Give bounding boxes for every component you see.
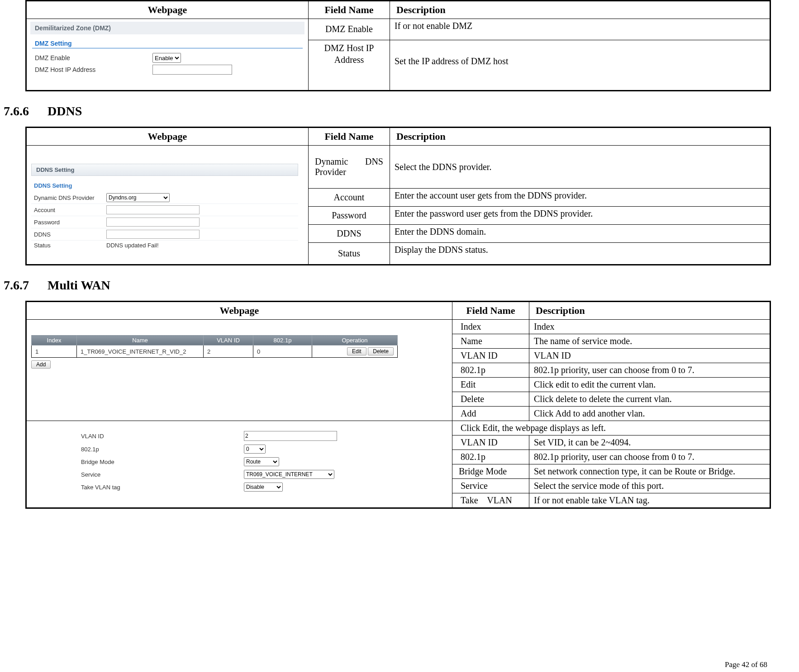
mwan-top6-desc: Click Add to add another vlan. xyxy=(529,407,770,421)
ddns-bar-title: DDNS Setting xyxy=(31,164,298,176)
mwan-table: Webpage Field Name Description Index Nam… xyxy=(25,301,771,509)
ddns-status-label: Status xyxy=(34,242,106,249)
ddns-row-provider: DDNS Setting DDNS Setting Dynamic DNS Pr… xyxy=(26,146,770,189)
mwan-cell-p: 0 xyxy=(253,345,312,358)
ddns-row1-field: Account xyxy=(309,189,390,207)
page-footer: Page 42 of 68 xyxy=(725,660,767,669)
mwan-top5-field: Delete xyxy=(452,392,529,407)
mwan-col-op: Operation xyxy=(312,336,398,345)
ddns-row4-desc: Display the DDNS status. xyxy=(390,243,770,265)
dmz-body-row: Demilitarized Zone (DMZ) DMZ Setting DMZ… xyxy=(26,19,770,40)
mwan-top3-field: 802.1p xyxy=(452,363,529,378)
delete-button[interactable]: Delete xyxy=(368,347,394,355)
ddns-ddns-input[interactable] xyxy=(106,230,200,239)
col-webpage: Webpage xyxy=(26,302,452,320)
col-description: Description xyxy=(390,1,770,19)
ddns-row3-field: DDNS xyxy=(309,225,390,243)
dmz-host-label: DMZ Host IP Address xyxy=(35,66,152,73)
mwan-cell-vlan: 2 xyxy=(204,345,253,358)
mwan-top1-desc: The name of service mode. xyxy=(529,334,770,349)
mwan-edit-bridge-label: Bridge Mode xyxy=(81,459,244,465)
dmz-section-title: DMZ Setting xyxy=(32,38,303,48)
col-description: Description xyxy=(529,302,770,320)
mwan-bot1-desc: 802.1p priority, user can choose from 0 … xyxy=(529,450,770,464)
mwan-bot4-desc: If or not enable take VLAN tag. xyxy=(529,493,770,508)
ddns-row0-field-line2: Provider xyxy=(311,167,387,177)
col-webpage: Webpage xyxy=(26,1,309,19)
mwan-bot1-field: 802.1p xyxy=(452,450,529,464)
col-webpage: Webpage xyxy=(26,128,309,146)
mwan-top1-field: Name xyxy=(452,334,529,349)
ddns-table: Webpage Field Name Description DDNS Sett… xyxy=(25,127,771,265)
ddns-ddns-label: DDNS xyxy=(34,231,106,238)
ddns-row4-field: Status xyxy=(309,243,390,265)
mwan-note-row: VLAN ID 802.1p 0 Bridge Mode Route xyxy=(26,421,770,435)
ddns-header-row: Webpage Field Name Description xyxy=(26,128,770,146)
mwan-list-screenshot: Index Name VLAN ID 802.1p Operation 1 1_… xyxy=(27,320,402,374)
dmz-row0-field: DMZ Enable xyxy=(309,19,390,40)
ddns-screenshot: DDNS Setting DDNS Setting Dynamic DNS Pr… xyxy=(27,146,303,264)
mwan-edit-vlan-label: VLAN ID xyxy=(81,433,244,440)
mwan-top2-field: VLAN ID xyxy=(452,349,529,363)
section-7-6-7-title: Multi WAN xyxy=(48,278,110,292)
mwan-edit-vlan-input[interactable] xyxy=(244,431,337,441)
edit-button[interactable]: Edit xyxy=(347,347,366,355)
ddns-row1-desc: Enter the account user gets from the DDN… xyxy=(390,189,770,207)
dmz-row1-field: DMZ Host IP Address xyxy=(309,40,390,90)
col-field-name: Field Name xyxy=(309,1,390,19)
mwan-col-index: Index xyxy=(32,336,77,345)
mwan-bot3-field: Service xyxy=(452,479,529,493)
mwan-top3-desc: 802.1p priority, user can choose from 0 … xyxy=(529,363,770,378)
mwan-col-p: 802.1p xyxy=(253,336,312,345)
ddns-row3-desc: Enter the DDNS domain. xyxy=(390,225,770,243)
mwan-top2-desc: VLAN ID xyxy=(529,349,770,363)
ddns-account-input[interactable] xyxy=(106,205,200,214)
mwan-bot0-field: VLAN ID xyxy=(452,435,529,450)
mwan-header-row: Webpage Field Name Description xyxy=(26,302,770,320)
mwan-bot0-desc: Set VID, it can be 2~4094. xyxy=(529,435,770,450)
mwan-bot2-desc: Set network connection type, it can be R… xyxy=(529,464,770,479)
ddns-legend: DDNS Setting xyxy=(34,182,295,189)
mwan-top4-field: Edit xyxy=(452,378,529,392)
mwan-top0-field: Index xyxy=(452,320,529,334)
ddns-row2-desc: Enter the password user gets from the DD… xyxy=(390,207,770,225)
dmz-enable-select[interactable]: Enable xyxy=(152,53,181,63)
dmz-panel-title: Demilitarized Zone (DMZ) xyxy=(30,22,304,34)
ddns-account-label: Account xyxy=(34,207,106,213)
ddns-provider-label: Dynamic DNS Provider xyxy=(34,194,106,201)
mwan-list-table: Index Name VLAN ID 802.1p Operation 1 1_… xyxy=(31,335,398,358)
ddns-password-label: Password xyxy=(34,219,106,226)
ddns-status-value: DDNS updated Fail! xyxy=(106,242,159,249)
section-7-6-6-number: 7.6.6 xyxy=(4,104,44,118)
mwan-top4-desc: Click edit to edit the current vlan. xyxy=(529,378,770,392)
mwan-note: Click Edit, the webpage displays as left… xyxy=(452,421,770,435)
section-7-6-7-heading: 7.6.7 Multi WAN xyxy=(4,278,772,293)
mwan-cell-name: 1_TR069_VOICE_INTERNET_R_VID_2 xyxy=(77,345,204,358)
ddns-password-input[interactable] xyxy=(106,218,200,227)
dmz-enable-label: DMZ Enable xyxy=(35,54,152,62)
mwan-top0-desc: Index xyxy=(529,320,770,334)
dmz-host-input[interactable] xyxy=(152,65,232,75)
dmz-row1-desc: Set the IP address of DMZ host xyxy=(390,40,770,90)
mwan-row-index: Index Name VLAN ID 802.1p Operation 1 1_… xyxy=(26,320,770,334)
dmz-screenshot: Demilitarized Zone (DMZ) DMZ Setting DMZ… xyxy=(27,19,308,90)
mwan-edit-take-select[interactable]: Disable xyxy=(244,483,283,492)
ddns-provider-select[interactable]: Dyndns.org xyxy=(106,193,170,202)
dmz-row0-desc: If or not enable DMZ xyxy=(390,19,770,40)
mwan-col-vlan: VLAN ID xyxy=(204,336,253,345)
mwan-top5-desc: Click delete to delete the current vlan. xyxy=(529,392,770,407)
add-button[interactable]: Add xyxy=(31,360,51,369)
mwan-edit-p-select[interactable]: 0 xyxy=(244,445,266,454)
col-field-name: Field Name xyxy=(452,302,529,320)
mwan-edit-bridge-select[interactable]: Route xyxy=(244,457,279,466)
mwan-cell-op: Edit Delete xyxy=(312,345,398,358)
section-7-6-7-number: 7.6.7 xyxy=(4,278,44,293)
ddns-row2-field: Password xyxy=(309,207,390,225)
col-description: Description xyxy=(390,128,770,146)
mwan-edit-p-label: 802.1p xyxy=(81,446,244,453)
mwan-bot3-desc: Select the service mode of this port. xyxy=(529,479,770,493)
section-7-6-6-heading: 7.6.6 DDNS xyxy=(4,104,772,118)
mwan-edit-service-select[interactable]: TR069_VOICE_INTERNET xyxy=(244,470,334,479)
mwan-col-name: Name xyxy=(77,336,204,345)
mwan-edit-take-label: Take VLAN tag xyxy=(81,484,244,491)
